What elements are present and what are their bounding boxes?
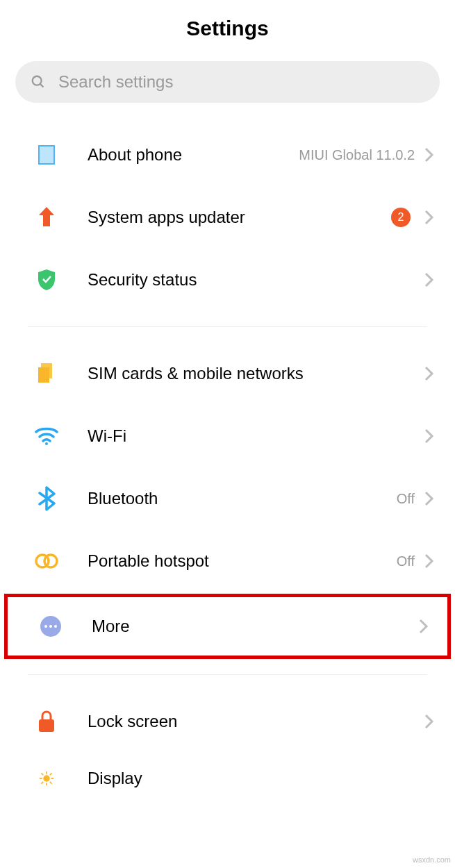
chevron-right-icon <box>424 428 434 444</box>
chevron-right-icon <box>419 619 429 634</box>
settings-item-portable-hotspot[interactable]: Portable hotspot Off <box>0 530 455 592</box>
hotspot-icon <box>33 548 60 574</box>
bluetooth-icon <box>33 485 60 512</box>
chevron-right-icon <box>424 210 434 225</box>
settings-list: About phone MIUI Global 11.0.2 System ap… <box>0 124 455 794</box>
uploader-icon <box>33 204 60 231</box>
settings-item-more[interactable]: More <box>4 594 451 659</box>
settings-item-bluetooth[interactable]: Bluetooth Off <box>0 467 455 530</box>
search-bar[interactable]: Search settings <box>15 61 440 103</box>
svg-point-9 <box>54 625 57 628</box>
settings-item-security-status[interactable]: Security status <box>0 249 455 311</box>
item-label: Display <box>88 769 434 788</box>
item-value: Off <box>397 491 415 507</box>
settings-item-system-apps-updater[interactable]: System apps updater 2 <box>0 186 455 249</box>
settings-item-about-phone[interactable]: About phone MIUI Global 11.0.2 <box>0 124 455 186</box>
header: Settings <box>0 0 455 54</box>
svg-line-16 <box>42 774 43 775</box>
settings-item-lock-screen[interactable]: Lock screen <box>0 690 455 753</box>
page-title: Settings <box>0 17 455 40</box>
svg-rect-10 <box>39 719 54 732</box>
item-label: SIM cards & mobile networks <box>88 364 424 383</box>
svg-line-19 <box>50 774 51 775</box>
item-label: Wi-Fi <box>88 426 424 446</box>
chevron-right-icon <box>424 714 434 729</box>
item-label: About phone <box>88 145 299 165</box>
svg-point-8 <box>49 625 52 628</box>
notification-badge: 2 <box>391 208 411 227</box>
svg-line-1 <box>40 84 44 87</box>
chevron-right-icon <box>424 553 434 569</box>
svg-point-3 <box>45 442 48 445</box>
search-placeholder: Search settings <box>58 72 173 92</box>
svg-point-7 <box>44 625 47 628</box>
svg-line-17 <box>50 782 51 783</box>
lock-icon <box>33 708 60 735</box>
item-label: More <box>92 617 419 636</box>
item-value: MIUI Global 11.0.2 <box>299 147 415 163</box>
settings-item-wifi[interactable]: Wi-Fi <box>0 405 455 467</box>
item-label: Security status <box>88 270 424 290</box>
sim-icon <box>33 360 60 387</box>
svg-rect-2 <box>39 146 54 164</box>
wifi-icon <box>33 423 60 449</box>
svg-line-18 <box>42 782 43 783</box>
divider <box>28 326 427 327</box>
svg-point-0 <box>33 76 42 85</box>
settings-item-display[interactable]: Display <box>0 753 455 794</box>
search-icon <box>31 74 46 90</box>
more-icon <box>38 613 64 640</box>
display-icon <box>33 765 60 792</box>
chevron-right-icon <box>424 491 434 506</box>
chevron-right-icon <box>424 272 434 287</box>
shield-icon <box>33 267 60 293</box>
divider <box>28 674 427 675</box>
item-label: Bluetooth <box>88 489 397 508</box>
svg-point-11 <box>43 775 49 781</box>
item-label: Portable hotspot <box>88 551 397 571</box>
item-value: Off <box>397 553 415 569</box>
phone-icon <box>33 142 60 168</box>
item-label: Lock screen <box>88 712 424 731</box>
settings-item-sim-cards[interactable]: SIM cards & mobile networks <box>0 342 455 405</box>
item-label: System apps updater <box>88 208 391 227</box>
watermark: wsxdn.com <box>413 856 451 864</box>
svg-point-5 <box>44 555 57 567</box>
chevron-right-icon <box>424 366 434 381</box>
chevron-right-icon <box>424 147 434 162</box>
